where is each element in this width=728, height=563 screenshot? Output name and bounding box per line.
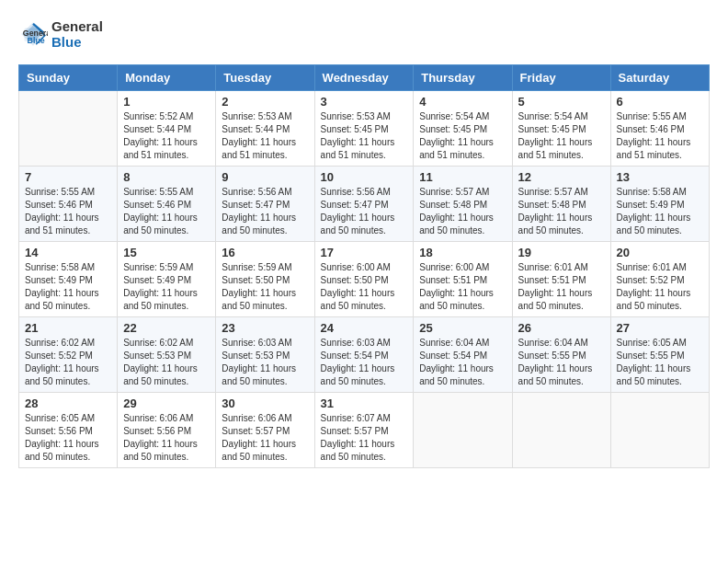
sunrise-label: Sunrise: 5:54 AM: [419, 111, 489, 121]
day-info: Sunrise: 6:01 AM Sunset: 5:51 PM Dayligh…: [518, 261, 605, 313]
calendar-table: SundayMondayTuesdayWednesdayThursdayFrid…: [18, 64, 710, 468]
day-info: Sunrise: 5:56 AM Sunset: 5:47 PM Dayligh…: [222, 186, 308, 237]
sunset-label: Sunset: 5:46 PM: [25, 200, 93, 210]
day-number: 3: [321, 95, 408, 109]
day-number: 18: [419, 246, 506, 259]
daylight-label: Daylight: 11 hours and 50 minutes.: [123, 213, 198, 236]
day-info: Sunrise: 6:02 AM Sunset: 5:52 PM Dayligh…: [25, 337, 111, 388]
calendar-cell: 23 Sunrise: 6:03 AM Sunset: 5:53 PM Dayl…: [216, 317, 314, 393]
sunset-label: Sunset: 5:56 PM: [123, 426, 191, 436]
logo-text-general: General: [51, 18, 103, 34]
day-info: Sunrise: 5:53 AM Sunset: 5:44 PM Dayligh…: [222, 110, 308, 162]
sunset-label: Sunset: 5:52 PM: [617, 275, 685, 285]
sunset-label: Sunset: 5:46 PM: [617, 124, 685, 134]
day-number: 10: [321, 170, 408, 184]
daylight-label: Daylight: 11 hours and 51 minutes.: [321, 137, 395, 160]
calendar-cell: 6 Sunrise: 5:55 AM Sunset: 5:46 PM Dayli…: [610, 91, 709, 167]
day-info: Sunrise: 6:06 AM Sunset: 5:57 PM Dayligh…: [222, 412, 308, 464]
day-number: 5: [518, 95, 605, 109]
sunset-label: Sunset: 5:55 PM: [617, 350, 685, 361]
day-number: 21: [25, 321, 111, 335]
daylight-label: Daylight: 11 hours and 50 minutes.: [222, 439, 296, 462]
daylight-label: Daylight: 11 hours and 51 minutes.: [518, 137, 593, 160]
day-number: 8: [123, 170, 210, 184]
sunrise-label: Sunrise: 5:54 AM: [518, 111, 588, 121]
sunrise-label: Sunrise: 5:58 AM: [617, 187, 687, 197]
sunrise-label: Sunrise: 6:00 AM: [419, 262, 489, 272]
daylight-label: Daylight: 11 hours and 50 minutes.: [419, 213, 494, 236]
day-info: Sunrise: 5:59 AM Sunset: 5:50 PM Dayligh…: [222, 261, 308, 313]
weekday-header-sunday: Sunday: [19, 65, 118, 91]
daylight-label: Daylight: 11 hours and 51 minutes.: [25, 213, 99, 236]
sunrise-label: Sunrise: 5:59 AM: [222, 262, 291, 272]
logo-text-blue: Blue: [51, 34, 103, 50]
daylight-label: Daylight: 11 hours and 50 minutes.: [123, 363, 198, 386]
calendar-cell: 5 Sunrise: 5:54 AM Sunset: 5:45 PM Dayli…: [512, 91, 610, 167]
sunset-label: Sunset: 5:48 PM: [518, 200, 586, 210]
daylight-label: Daylight: 11 hours and 51 minutes.: [222, 137, 296, 160]
daylight-label: Daylight: 11 hours and 50 minutes.: [518, 288, 593, 311]
daylight-label: Daylight: 11 hours and 50 minutes.: [617, 363, 691, 386]
day-info: Sunrise: 5:53 AM Sunset: 5:45 PM Dayligh…: [321, 110, 408, 162]
day-number: 27: [617, 321, 703, 335]
day-number: 2: [222, 95, 308, 109]
calendar-cell: 22 Sunrise: 6:02 AM Sunset: 5:53 PM Dayl…: [118, 317, 216, 393]
calendar-week-4: 21 Sunrise: 6:02 AM Sunset: 5:52 PM Dayl…: [19, 317, 710, 393]
sunrise-label: Sunrise: 6:00 AM: [321, 262, 391, 272]
daylight-label: Daylight: 11 hours and 50 minutes.: [321, 213, 395, 236]
sunrise-label: Sunrise: 5:59 AM: [123, 262, 193, 272]
daylight-label: Daylight: 11 hours and 50 minutes.: [419, 363, 494, 386]
calendar-cell: 19 Sunrise: 6:01 AM Sunset: 5:51 PM Dayl…: [512, 242, 610, 317]
calendar-cell: 28 Sunrise: 6:05 AM Sunset: 5:56 PM Dayl…: [19, 393, 118, 468]
day-number: 15: [123, 246, 210, 259]
day-number: 23: [222, 321, 308, 335]
day-number: 9: [222, 170, 308, 184]
logo-icon: General Blue: [18, 19, 48, 49]
daylight-label: Daylight: 11 hours and 51 minutes.: [617, 137, 691, 160]
daylight-label: Daylight: 11 hours and 50 minutes.: [518, 213, 593, 236]
weekday-header-thursday: Thursday: [414, 65, 512, 91]
daylight-label: Daylight: 11 hours and 50 minutes.: [222, 213, 296, 236]
sunrise-label: Sunrise: 5:55 AM: [617, 111, 687, 121]
calendar-cell: 15 Sunrise: 5:59 AM Sunset: 5:49 PM Dayl…: [118, 242, 216, 317]
sunset-label: Sunset: 5:50 PM: [222, 275, 290, 285]
sunset-label: Sunset: 5:57 PM: [222, 426, 290, 436]
calendar-cell: 26 Sunrise: 6:04 AM Sunset: 5:55 PM Dayl…: [512, 317, 610, 393]
sunset-label: Sunset: 5:47 PM: [321, 200, 389, 210]
sunset-label: Sunset: 5:51 PM: [518, 275, 586, 285]
sunrise-label: Sunrise: 6:01 AM: [617, 262, 687, 272]
svg-text:Blue: Blue: [28, 36, 45, 45]
day-info: Sunrise: 5:59 AM Sunset: 5:49 PM Dayligh…: [123, 261, 210, 313]
day-number: 17: [321, 246, 408, 259]
sunset-label: Sunset: 5:48 PM: [419, 200, 487, 210]
day-number: 28: [25, 396, 111, 410]
calendar-week-2: 7 Sunrise: 5:55 AM Sunset: 5:46 PM Dayli…: [19, 167, 710, 242]
calendar-cell: 11 Sunrise: 5:57 AM Sunset: 5:48 PM Dayl…: [414, 167, 512, 242]
calendar-cell: 18 Sunrise: 6:00 AM Sunset: 5:51 PM Dayl…: [414, 242, 512, 317]
sunset-label: Sunset: 5:49 PM: [123, 275, 191, 285]
day-number: 1: [123, 95, 210, 109]
daylight-label: Daylight: 11 hours and 51 minutes.: [123, 137, 198, 160]
calendar-cell: 17 Sunrise: 6:00 AM Sunset: 5:50 PM Dayl…: [314, 242, 414, 317]
sunset-label: Sunset: 5:56 PM: [25, 426, 93, 436]
day-info: Sunrise: 6:04 AM Sunset: 5:54 PM Dayligh…: [419, 337, 506, 388]
calendar-cell: 14 Sunrise: 5:58 AM Sunset: 5:49 PM Dayl…: [19, 242, 118, 317]
calendar-cell: 24 Sunrise: 6:03 AM Sunset: 5:54 PM Dayl…: [314, 317, 414, 393]
calendar-week-3: 14 Sunrise: 5:58 AM Sunset: 5:49 PM Dayl…: [19, 242, 710, 317]
sunrise-label: Sunrise: 5:57 AM: [419, 187, 489, 197]
sunset-label: Sunset: 5:52 PM: [25, 350, 93, 361]
day-number: 16: [222, 246, 308, 259]
calendar-cell: 16 Sunrise: 5:59 AM Sunset: 5:50 PM Dayl…: [216, 242, 314, 317]
day-info: Sunrise: 6:00 AM Sunset: 5:51 PM Dayligh…: [419, 261, 506, 313]
sunset-label: Sunset: 5:47 PM: [222, 200, 290, 210]
sunrise-label: Sunrise: 6:02 AM: [123, 338, 193, 348]
day-number: 12: [518, 170, 605, 184]
day-info: Sunrise: 6:00 AM Sunset: 5:50 PM Dayligh…: [321, 261, 408, 313]
weekday-header-saturday: Saturday: [610, 65, 709, 91]
sunrise-label: Sunrise: 6:03 AM: [222, 338, 291, 348]
day-number: 13: [617, 170, 703, 184]
sunset-label: Sunset: 5:49 PM: [617, 200, 685, 210]
day-info: Sunrise: 6:03 AM Sunset: 5:54 PM Dayligh…: [321, 337, 408, 388]
sunrise-label: Sunrise: 6:01 AM: [518, 262, 588, 272]
day-number: 19: [518, 246, 605, 259]
